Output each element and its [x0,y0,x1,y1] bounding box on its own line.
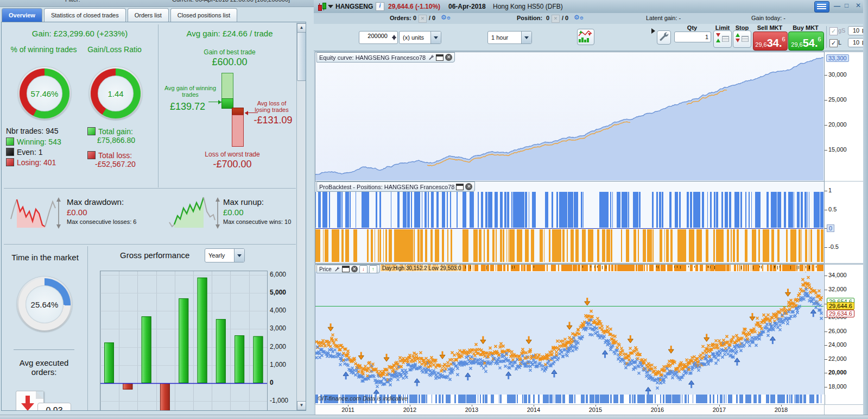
timeframe-dropdown[interactable]: 1 hour [487,31,532,44]
winning-donut-value: 57.46% [27,76,62,111]
even-swatch [6,148,14,156]
quantity-spinner[interactable] [359,31,398,44]
positions-y-axis: 10.50-0.5 [824,181,864,264]
gross-performance-chart[interactable] [100,271,268,411]
price-tick-label: 18,000 [828,383,847,390]
buy-mkt-button[interactable]: 29,654.6 [788,32,824,51]
buy-arrow-icon[interactable]: ↑ [369,265,377,273]
best-trade-label: Gain of best trade [164,48,295,56]
filter-label: Filter: [65,0,80,3]
dropdown-arrow-icon[interactable] [521,32,531,43]
price-tick-label: 32,000 [828,286,847,292]
spin-down-icon[interactable] [392,37,396,42]
window-icon[interactable] [436,54,443,61]
quantity-input[interactable] [360,32,389,40]
runup-sparkline-icon [168,195,220,229]
scroll-up-button[interactable]: ▲ [297,23,306,33]
gross-y-tick-label: 5,000 [270,289,286,296]
timeframe-value: 1 hour [488,34,521,41]
total-loss: Total loss:-£52,567.20 [87,151,136,168]
orders-close-icon[interactable]: ✕ [419,15,427,23]
keyboard-icon[interactable] [814,1,829,12]
chart-toolbar: (x) units 1 hour Qty 1 Limit Stop [314,24,868,51]
gross-y-tick-label: 3,000 [270,324,286,332]
tab-orders-list[interactable]: Orders list [128,8,169,22]
legend-winning: Winning: 543 [6,137,61,146]
price-pane-tag[interactable]: Price ✕ ↓ ↑ [316,265,380,273]
ratio-donut-value: 1.44 [98,76,134,111]
window-icon[interactable] [456,184,464,190]
avg-orders-value: 0.93 [37,403,71,411]
tab-statistics-of-closed-trades[interactable]: Statistics of closed trades [44,8,126,22]
price-chart[interactable] [315,272,823,395]
l-checkbox[interactable]: ✓ [829,39,838,47]
positions-tick-label: 0.5 [828,206,837,212]
close-button[interactable]: ✕ [856,2,861,9]
position-label: Position: [517,15,542,21]
wrench-icon[interactable] [427,54,434,61]
max-consecutive-wins: Max consecutive wins: 10 [223,218,291,225]
tick-mark [825,332,827,332]
qty-input[interactable]: 1 [674,32,711,42]
position-close-icon[interactable]: ✕ [552,15,560,23]
wrench-icon[interactable] [333,266,340,272]
window-icon[interactable] [342,266,350,272]
gain-summary: Gain: £23,299.60 (+233%) [7,29,153,38]
divider [87,246,88,410]
sell-mkt-button[interactable]: 29,634.6 [753,32,788,51]
price-tick-label: 20,000 [828,369,847,376]
tab-closed-positions-list[interactable]: Closed positions list [170,8,237,22]
close-icon[interactable]: ✕ [351,266,358,272]
tick-mark [825,290,827,290]
equity-curve-chart[interactable] [315,52,823,180]
total-gain-swatch [87,127,96,135]
market-name: Hong Kong HS50 (DFB) [493,3,563,10]
order-settings-wrench-button[interactable] [657,30,671,45]
current-datetime: Current: 06-Apr-2018 22:00:00 [100,20000… [172,0,290,3]
gross-period-dropdown[interactable]: Yearly [205,248,245,262]
equity-pane-tag[interactable]: Equity curve: HANGSENG Francesco78 ✕ [316,52,455,62]
gs-checkbox[interactable]: ✓ [829,27,838,35]
units-dropdown[interactable]: (x) units [399,31,441,44]
dropdown-arrow-icon[interactable] [234,249,244,262]
ratio-donut-title: Gain/Loss Ratio [82,45,147,54]
close-icon[interactable]: ✕ [445,54,452,61]
report-scrollbar[interactable]: ▲ ▼ [296,23,306,411]
dropdown-arrow-icon[interactable] [430,32,441,43]
chart-titlebar[interactable]: HANGSENG i 29,644.6 (-1.10%) 06-Apr-2018… [314,0,868,14]
minimize-button[interactable]: — [834,2,840,10]
sell-price-axis-label: 29,634.6 [827,310,854,317]
best-trade-bar [221,73,233,99]
units-value: (x) units [400,34,430,41]
limit-order-button[interactable] [713,30,732,48]
positions-chart[interactable] [315,182,823,262]
maximize-button[interactable]: □ [845,2,848,9]
gross-y-tick-label: 2,000 [270,343,286,351]
gain-today: Gain today: - [751,15,785,21]
stop-order-button[interactable] [733,30,751,48]
scroll-down-button[interactable]: ▼ [297,401,306,410]
tab-overview[interactable]: Overview [2,8,42,22]
filter-bar: Filter: Current: 06-Apr-2018 22:00:00 [1… [0,0,314,7]
tick-mark [825,191,827,191]
close-icon[interactable]: ✕ [465,183,472,190]
legend-losing: Losing: 401 [6,158,56,167]
equity-pane-title: Equity curve: HANGSENG Francesco78 [319,54,426,61]
price-y-axis: 34,00032,00030,00028,00026,00024,00022,0… [824,264,864,405]
orders-settings-gear-icon[interactable]: ⚙⚙ [441,14,451,21]
tick-mark [825,125,827,126]
instrument-dropdown-arrow[interactable] [328,5,333,11]
chart-type-button[interactable] [577,29,594,45]
time-in-market-value: 25.64% [26,285,64,323]
scrollbar-thumb[interactable] [297,32,306,81]
instrument-name[interactable]: HANGSENG [335,3,373,10]
positions-pane-title: ProBacktest - Positions: HANGSENG France… [319,184,454,190]
positions-pane-tag[interactable]: ProBacktest - Positions: HANGSENG France… [316,182,475,192]
positions-tick-label: 1 [828,187,832,193]
sell-arrow-icon[interactable]: ↓ [359,265,368,273]
gross-y-tick-label: 0 [270,379,274,386]
tick-mark [825,373,827,373]
position-settings-gear-icon[interactable]: ⚙⚙ [574,14,584,21]
info-icon[interactable]: i [376,2,384,11]
tick-mark [825,210,827,210]
